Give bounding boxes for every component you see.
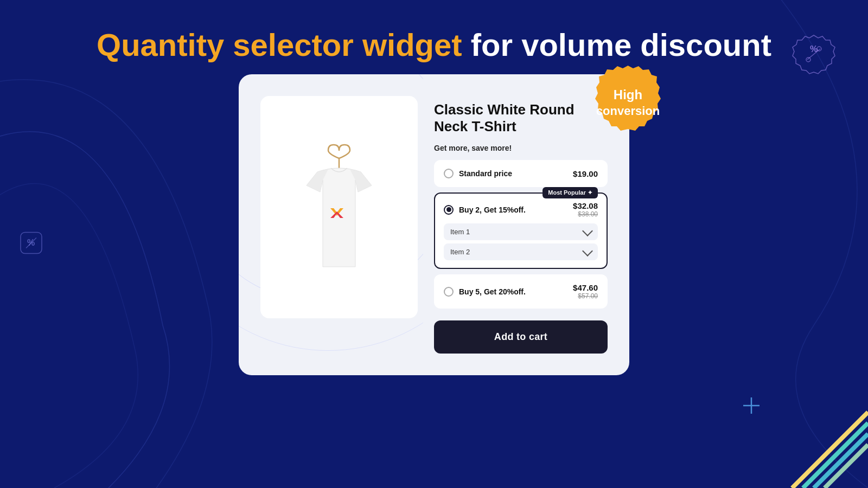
option-standard[interactable]: Standard price $19.00 xyxy=(434,160,608,187)
svg-text:conversion: conversion xyxy=(596,104,660,118)
option-standard-left: Standard price xyxy=(444,169,512,178)
option-standard-label: Standard price xyxy=(459,169,512,178)
sub-item-2[interactable]: Item 2 xyxy=(444,243,598,260)
save-more-label: Get more, save more! xyxy=(434,144,608,152)
chevron-item-2 xyxy=(582,246,593,256)
bottom-right-accent xyxy=(770,390,868,488)
svg-text:High: High xyxy=(614,87,642,102)
sub-items-buy2: Item 1 Item 2 xyxy=(444,223,598,260)
radio-standard[interactable] xyxy=(444,169,454,178)
radio-buy2[interactable] xyxy=(444,205,454,215)
sub-item-1[interactable]: Item 1 xyxy=(444,223,598,240)
option-buy5-prices: $47.60 $57.00 xyxy=(573,283,598,300)
option-buy2[interactable]: Most Popular ✦ Buy 2, Get 15%off. $32.08… xyxy=(434,192,608,269)
svg-line-7 xyxy=(792,412,868,488)
page-title: Quantity selector widget for volume disc… xyxy=(0,27,868,63)
main-card: Classic White Round Neck T-Shirt Get mor… xyxy=(239,74,629,375)
radio-buy5[interactable] xyxy=(444,287,454,297)
page-header: Quantity selector widget for volume disc… xyxy=(0,0,868,74)
add-to-cart-button[interactable]: Add to cart xyxy=(434,320,608,354)
high-conversion-badge: High conversion xyxy=(589,63,667,142)
option-buy2-left: Buy 2, Get 15%off. xyxy=(444,205,526,215)
left-discount-icon: % xyxy=(16,228,46,260)
card-wrapper: High conversion xyxy=(239,74,629,375)
option-buy5-left: Buy 5, Get 20%off. xyxy=(444,287,526,297)
option-buy5[interactable]: Buy 5, Get 20%off. $47.60 $57.00 xyxy=(434,274,608,309)
product-title: Classic White Round Neck T-Shirt xyxy=(434,101,608,135)
product-image-area xyxy=(260,96,418,318)
option-buy2-prices: $32.08 $38.00 xyxy=(573,201,598,218)
plus-cross-icon xyxy=(743,397,760,418)
chevron-item-1 xyxy=(582,226,593,236)
option-buy2-label: Buy 2, Get 15%off. xyxy=(459,206,526,214)
most-popular-badge: Most Popular ✦ xyxy=(542,187,598,198)
option-standard-price: $19.00 xyxy=(573,169,598,178)
product-details: Classic White Round Neck T-Shirt Get mor… xyxy=(434,96,608,354)
option-buy5-label: Buy 5, Get 20%off. xyxy=(459,287,526,296)
